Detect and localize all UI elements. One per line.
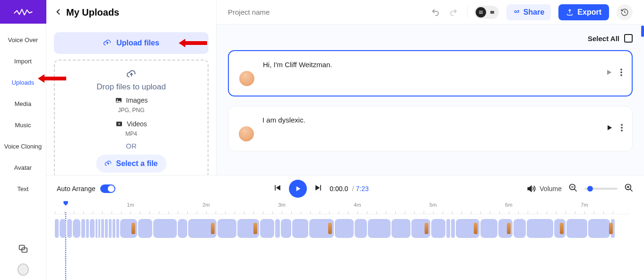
timeline-clip[interactable] xyxy=(120,219,137,238)
view-mode-toggle[interactable] xyxy=(474,6,499,19)
scroll-handle[interactable] xyxy=(641,26,644,37)
zoom-slider[interactable] xyxy=(584,188,618,190)
block-menu-button[interactable] xyxy=(621,124,623,133)
timeline-clip[interactable] xyxy=(67,219,72,238)
timeline-clip[interactable] xyxy=(109,219,112,238)
play-block-button[interactable] xyxy=(605,69,613,78)
share-button[interactable]: Share xyxy=(506,4,551,20)
timeline-clip[interactable] xyxy=(411,219,430,238)
upload-files-label: Upload files xyxy=(116,39,159,47)
timeline-clip[interactable] xyxy=(90,219,95,238)
timeline-clip[interactable] xyxy=(456,219,479,238)
timeline-clip[interactable] xyxy=(275,219,280,238)
timeline-clip[interactable] xyxy=(101,219,104,238)
timeline-clip[interactable] xyxy=(218,219,236,238)
history-button[interactable] xyxy=(617,4,633,20)
nav-import[interactable]: Import xyxy=(0,51,46,72)
timeline-clip[interactable] xyxy=(480,219,497,238)
skip-forward-button[interactable] xyxy=(313,183,323,194)
upload-cloud-icon xyxy=(60,69,203,79)
timeline-clip[interactable] xyxy=(611,219,615,238)
block-text[interactable]: Hi, I'm Cliff Weitzman. xyxy=(263,61,621,86)
timeline-clip[interactable] xyxy=(554,219,566,238)
timeline-clip[interactable] xyxy=(113,219,115,238)
speaker-avatar[interactable] xyxy=(239,126,254,141)
nav-music[interactable]: Music xyxy=(0,114,46,136)
timeline-clip[interactable] xyxy=(138,219,152,238)
timeline-clip[interactable] xyxy=(153,219,177,238)
redo-button[interactable] xyxy=(446,5,461,19)
timeline-clip[interactable] xyxy=(451,219,455,238)
timeline-clip[interactable] xyxy=(498,219,513,238)
timeline-clip[interactable] xyxy=(73,219,80,238)
svg-rect-25 xyxy=(320,185,321,191)
timeline-clip[interactable] xyxy=(116,219,119,238)
timeline-clip[interactable] xyxy=(392,219,410,238)
nav-voice-over[interactable]: Voice Over xyxy=(0,29,46,51)
timeline-clip[interactable] xyxy=(188,219,217,238)
play-block-button[interactable] xyxy=(606,124,613,133)
timeline-clip[interactable] xyxy=(588,219,610,238)
timeline-clip[interactable] xyxy=(527,219,553,238)
timeline-clip[interactable] xyxy=(81,219,85,238)
export-icon xyxy=(566,9,574,16)
svg-rect-21 xyxy=(275,185,276,191)
zoom-out-button[interactable] xyxy=(568,183,578,194)
clip-avatar-thumb xyxy=(131,223,135,234)
timeline-clip[interactable] xyxy=(513,219,526,238)
text-block[interactable]: I am dyslexic. xyxy=(228,106,633,151)
select-all-checkbox[interactable] xyxy=(624,34,633,43)
timeline-clip[interactable] xyxy=(446,219,450,238)
undo-button[interactable] xyxy=(428,5,443,19)
ruler-tick: 2m xyxy=(202,202,209,208)
timeline-clip[interactable] xyxy=(335,219,354,238)
speaker-avatar[interactable] xyxy=(239,71,254,86)
timeline-clip[interactable] xyxy=(566,219,587,238)
timeline-clip[interactable] xyxy=(431,219,445,238)
block-menu-button[interactable] xyxy=(620,69,622,78)
timeline-clip[interactable] xyxy=(260,219,274,238)
user-avatar[interactable] xyxy=(17,264,29,275)
nav-media[interactable]: Media xyxy=(0,93,46,114)
nav-voice-cloning[interactable]: Voice Cloning xyxy=(0,136,46,157)
back-icon[interactable] xyxy=(55,8,62,17)
timeline-clip[interactable] xyxy=(237,219,259,238)
select-file-button[interactable]: Select a file xyxy=(96,155,166,173)
timeline-clip[interactable] xyxy=(98,219,100,238)
nav-avatar[interactable]: Avatar xyxy=(0,157,46,178)
timeline-clip[interactable] xyxy=(368,219,391,238)
skip-back-button[interactable] xyxy=(273,183,282,194)
dropzone-title: Drop files to upload xyxy=(60,82,203,92)
timeline-clip[interactable] xyxy=(309,219,334,238)
timeline-clip[interactable] xyxy=(60,219,66,238)
block-text[interactable]: I am dyslexic. xyxy=(262,116,622,141)
ruler-tick: 7m xyxy=(581,202,588,208)
clip-avatar-thumb xyxy=(507,223,511,234)
dropzone[interactable]: Drop files to upload Images JPG, PNG Vid… xyxy=(54,60,209,178)
clip-avatar-thumb xyxy=(253,223,257,234)
playhead-icon[interactable] xyxy=(62,200,69,209)
project-name-input[interactable] xyxy=(228,8,425,16)
zoom-in-button[interactable] xyxy=(624,183,634,194)
timeline-clip[interactable] xyxy=(355,219,367,238)
nav-text[interactable]: Text xyxy=(0,178,46,200)
timeline-clip[interactable] xyxy=(292,219,308,238)
text-block[interactable]: Hi, I'm Cliff Weitzman. xyxy=(228,50,633,96)
auto-arrange-label: Auto Arrange xyxy=(57,185,96,192)
timeline-clip[interactable] xyxy=(96,219,97,238)
export-button[interactable]: Export xyxy=(558,4,609,20)
volume-button[interactable]: Volume xyxy=(526,184,562,193)
timeline-clip[interactable] xyxy=(281,219,291,238)
timeline-track[interactable] xyxy=(55,219,630,238)
timeline-clip[interactable] xyxy=(178,219,187,238)
clip-avatar-thumb xyxy=(425,223,428,234)
svg-marker-13 xyxy=(607,70,611,75)
chat-icon[interactable] xyxy=(17,243,29,254)
auto-arrange-toggle[interactable] xyxy=(100,184,115,193)
app-logo[interactable] xyxy=(0,0,46,24)
timeline-clip[interactable] xyxy=(105,219,108,238)
play-button[interactable] xyxy=(289,180,307,198)
timeline-clip[interactable] xyxy=(86,219,89,238)
timeline-ruler[interactable]: 1m2m3m4m5m6m7m xyxy=(55,202,630,214)
timeline-clip[interactable] xyxy=(55,219,59,238)
